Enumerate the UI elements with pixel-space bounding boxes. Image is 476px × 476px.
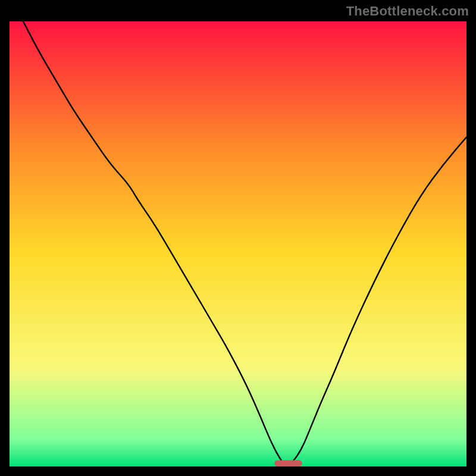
plot-svg	[10, 21, 466, 466]
bottleneck-plot	[10, 21, 466, 466]
chart-frame: TheBottleneck.com	[0, 0, 476, 476]
watermark-text: TheBottleneck.com	[346, 4, 469, 19]
optimum-marker	[274, 461, 302, 467]
gradient-background	[10, 21, 466, 466]
